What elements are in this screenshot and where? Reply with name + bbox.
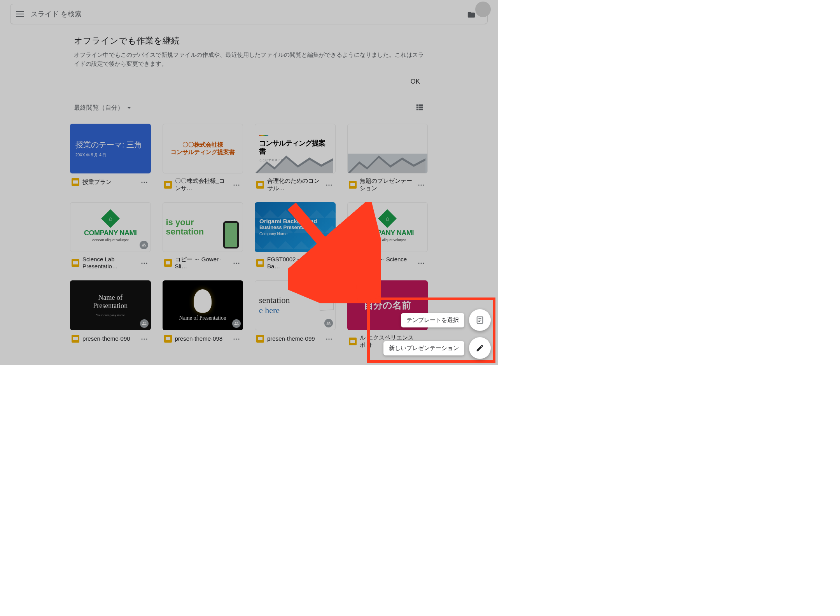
list-view-icon[interactable]	[415, 103, 424, 113]
file-card[interactable]: ⌂COMPANY NAMIAenean aliquet volutpat コピー…	[347, 202, 428, 271]
more-icon[interactable]: ⋯	[417, 180, 426, 189]
fab-template-label[interactable]: テンプレートを選択	[401, 313, 464, 327]
file-title: presen-theme-090	[82, 335, 137, 343]
file-card[interactable]: Name ofPresentationYour company name pre…	[70, 280, 151, 349]
search-placeholder[interactable]: スライド を検索	[31, 9, 467, 19]
arrow-down-icon	[126, 105, 132, 111]
folder-icon[interactable]	[467, 10, 476, 18]
more-icon[interactable]: ⋯	[140, 334, 149, 343]
file-title: 〇〇株式会社様_コンサ…	[175, 177, 229, 192]
sort-label: 最終閲覧（自分）	[74, 104, 124, 112]
slides-icon	[164, 259, 172, 267]
slides-icon	[349, 181, 357, 189]
slides-icon	[256, 335, 264, 343]
more-icon[interactable]: ⋯	[232, 180, 242, 189]
dialog-title: オフラインでも作業を継続	[74, 35, 424, 47]
more-icon[interactable]: ⋯	[140, 258, 149, 268]
sort-row: 最終閲覧（自分）	[74, 103, 424, 113]
file-title: FGST0002 - Origami Ba…	[267, 256, 322, 271]
fab-template-button[interactable]	[469, 309, 491, 331]
more-icon[interactable]: ⋯	[417, 258, 426, 268]
slides-icon	[164, 181, 172, 189]
file-card[interactable]: 授業のテーマ: 三角20XX 年 9 月 4 日 授業プラン ⋯	[70, 124, 151, 192]
file-title: 合理化のためのコンサル…	[267, 177, 322, 192]
slides-icon	[72, 178, 79, 186]
shared-icon	[232, 319, 241, 328]
slides-icon	[256, 181, 264, 189]
more-icon[interactable]: ⋯	[325, 258, 334, 268]
file-title: presen-theme-099	[267, 335, 322, 343]
file-title: コピー ～ Gower · Sli…	[175, 256, 229, 271]
slides-icon	[349, 259, 357, 267]
ok-button[interactable]: OK	[410, 78, 420, 86]
file-card[interactable]: 無題のプレゼンテーション ⋯	[347, 124, 428, 192]
fab-menu: テンプレートを選択 新しいプレゼンテーション	[383, 309, 491, 359]
more-icon[interactable]: ⋯	[325, 180, 334, 189]
file-card[interactable]: Name of Presentation presen-theme-098 ⋯	[163, 280, 243, 349]
more-icon[interactable]: ⋯	[140, 177, 149, 187]
menu-icon[interactable]	[15, 9, 24, 19]
slides-icon	[349, 338, 357, 345]
slides-icon	[256, 259, 264, 267]
more-icon[interactable]: ⋯	[232, 258, 242, 268]
slides-icon	[72, 259, 79, 267]
fab-new-label[interactable]: 新しいプレゼンテーション	[383, 341, 464, 355]
file-title: 無題のプレゼンテーション	[360, 177, 414, 192]
file-card[interactable]: ⌂COMPANY NAMIAenean aliquet volutpat Sci…	[70, 202, 151, 271]
file-card[interactable]: 〇〇株式会社様コンサルティング提案書 〇〇株式会社様_コンサ… ⋯	[163, 124, 243, 192]
slides-icon	[72, 335, 79, 343]
file-card[interactable]: Origami BackgroundBusiness PresentatiCom…	[255, 202, 336, 271]
file-card[interactable]: is yoursentation コピー ～ Gower · Sli… ⋯	[163, 202, 243, 271]
file-title: Science Lab Presentatio…	[82, 256, 137, 271]
account-avatar[interactable]	[475, 2, 491, 17]
file-title: コピー ～ Science La…	[360, 256, 414, 271]
slides-icon	[164, 335, 172, 343]
file-card[interactable]: コンサルティング提案書ここにテキストを挿入。 合理化のためのコンサル… ⋯	[255, 124, 336, 192]
more-icon[interactable]: ⋯	[232, 334, 242, 343]
file-title: presen-theme-098	[175, 335, 229, 343]
file-card[interactable]: sentatione here presen-theme-099 ⋯	[255, 280, 336, 349]
sort-button[interactable]: 最終閲覧（自分）	[74, 104, 132, 112]
search-bar[interactable]: スライド を検索	[10, 4, 488, 24]
file-title: 授業プラン	[82, 178, 137, 186]
more-icon[interactable]: ⋯	[325, 334, 334, 343]
offline-info: オフラインでも作業を継続 オフライン中でもこのデバイスで新規ファイルの作成や、最…	[74, 35, 424, 68]
fab-new-button[interactable]	[469, 337, 491, 359]
dialog-body: オフライン中でもこのデバイスで新規ファイルの作成や、最近使用したファイルの閲覧と…	[74, 51, 424, 68]
file-grid: 授業のテーマ: 三角20XX 年 9 月 4 日 授業プラン ⋯ 〇〇株式会社様…	[70, 124, 428, 349]
shared-icon	[324, 319, 333, 327]
shared-icon	[140, 319, 149, 328]
shared-icon	[140, 241, 148, 249]
